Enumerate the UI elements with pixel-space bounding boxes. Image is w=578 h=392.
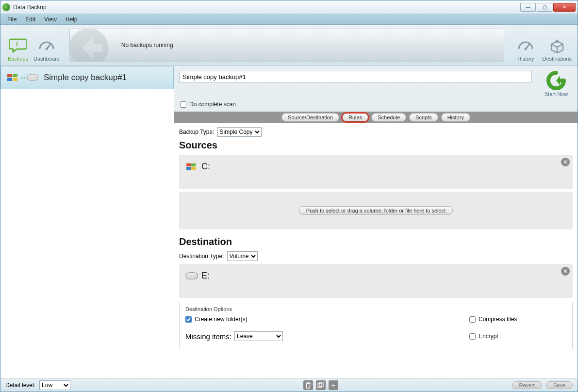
- speech-bubble-icon: i: [9, 37, 27, 54]
- svg-point-2: [45, 48, 48, 50]
- app-icon: [2, 3, 10, 11]
- toolbar: i Backups Dashboard No backups running H…: [0, 25, 578, 66]
- svg-rect-7: [13, 74, 17, 77]
- tab-scripts[interactable]: Scripts: [409, 113, 438, 122]
- arrow-icon: ›››: [20, 75, 25, 81]
- disk-icon: [26, 73, 39, 82]
- svg-text:i: i: [16, 40, 18, 48]
- panel-body: Backup Type: Simple Copy Sources ✕ C: Pu…: [174, 123, 578, 378]
- toolbar-left: i Backups Dashboard: [3, 27, 63, 64]
- toolbar-right: History Destinations: [511, 27, 575, 64]
- trash-icon: [305, 382, 311, 389]
- svg-point-5: [525, 48, 527, 50]
- toolbar-destinations-label: Destinations: [542, 56, 572, 62]
- backup-type-label: Backup Type:: [179, 129, 215, 135]
- menubar: File Edit View Help: [0, 14, 578, 25]
- backup-name-input[interactable]: [179, 71, 532, 82]
- menu-view[interactable]: View: [40, 15, 61, 24]
- svg-rect-13: [186, 167, 191, 170]
- toolbar-backups-label: Backups: [8, 56, 28, 62]
- copy-icon: [317, 382, 324, 388]
- sources-heading: Sources: [179, 140, 573, 151]
- destination-type-row: Destination Type: Volume: [179, 251, 573, 261]
- gauge-icon: [38, 37, 55, 54]
- trash-button[interactable]: [303, 380, 313, 390]
- missing-items-select[interactable]: Leave: [234, 331, 283, 341]
- svg-rect-6: [7, 74, 12, 77]
- titlebar: Data Backup — ▢ ✕: [0, 0, 578, 14]
- detail-level-select[interactable]: Low: [39, 380, 70, 390]
- missing-items-label: Missing items:: [185, 332, 231, 341]
- start-now-icon: [540, 71, 573, 91]
- tab-rules[interactable]: Rules: [342, 113, 368, 122]
- save-button[interactable]: Save: [546, 381, 573, 389]
- toolbar-history-label: History: [517, 56, 534, 62]
- close-button[interactable]: ✕: [553, 3, 576, 12]
- sidebar-item-backup[interactable]: ››› Simple copy backup#1: [0, 66, 174, 89]
- toolbar-backups[interactable]: i Backups: [6, 37, 30, 62]
- toolbar-destinations[interactable]: Destinations: [542, 37, 572, 62]
- maximize-button[interactable]: ▢: [537, 3, 552, 12]
- destination-type-select[interactable]: Volume: [227, 251, 258, 261]
- box-icon: [548, 37, 566, 54]
- content: Start Now Do complete scan Source/Destin…: [174, 66, 578, 378]
- tab-history[interactable]: History: [441, 113, 470, 122]
- remove-source-button[interactable]: ✕: [561, 158, 570, 166]
- menu-file[interactable]: File: [3, 15, 20, 24]
- backup-type-select[interactable]: Simple Copy: [217, 127, 262, 137]
- svg-rect-9: [13, 78, 17, 81]
- revert-button[interactable]: Revert: [512, 381, 542, 389]
- svg-rect-14: [191, 167, 196, 170]
- tab-schedule[interactable]: Schedule: [371, 113, 406, 122]
- compress-checkbox[interactable]: [469, 316, 476, 323]
- start-now-button[interactable]: Start Now: [540, 71, 573, 97]
- toolbar-history[interactable]: History: [514, 37, 537, 62]
- toolbar-dashboard-label: Dashboard: [33, 56, 60, 62]
- windows-flag-icon: [185, 162, 198, 172]
- sidebar-item-label: Simple copy backup#1: [44, 73, 127, 82]
- create-folders-checkbox[interactable]: [185, 316, 192, 323]
- svg-rect-8: [7, 78, 12, 81]
- status-message: No backups running: [121, 42, 173, 49]
- source-drop-hint: Push to select or drag a volume, folder …: [299, 206, 453, 215]
- complete-scan-label: Do complete scan: [189, 101, 236, 108]
- destination-drive-label: E:: [201, 271, 210, 281]
- start-now-label: Start Now: [540, 91, 573, 97]
- complete-scan-checkbox[interactable]: [180, 101, 186, 108]
- destination-type-label: Destination Type:: [179, 253, 224, 260]
- sidebar: ››› Simple copy backup#1: [0, 66, 174, 378]
- copy-button[interactable]: [316, 380, 326, 390]
- create-folders-label: Create new folder(s): [195, 316, 248, 323]
- tab-bar: Source/Destination Rules Schedule Script…: [174, 112, 578, 123]
- remove-destination-button[interactable]: ✕: [561, 267, 570, 276]
- tab-source-destination[interactable]: Source/Destination: [281, 113, 339, 122]
- window-title: Data Backup: [13, 4, 519, 11]
- source-drive-row[interactable]: C:: [185, 162, 567, 172]
- compress-label: Compress files: [479, 316, 517, 323]
- windows-flag-icon: [7, 72, 19, 83]
- window-controls: — ▢ ✕: [519, 3, 576, 12]
- source-drive-label: C:: [201, 162, 210, 172]
- source-drop-area[interactable]: Push to select or drag a volume, folder …: [179, 192, 573, 229]
- add-button[interactable]: ＋: [329, 380, 338, 390]
- backup-type-row: Backup Type: Simple Copy: [179, 127, 573, 137]
- detail-level-label: Detail level:: [5, 382, 35, 389]
- footer: Detail level: Low ＋ Revert Save: [0, 378, 578, 392]
- backup-item-icons: ›››: [7, 72, 39, 83]
- toolbar-dashboard[interactable]: Dashboard: [33, 37, 60, 62]
- svg-rect-11: [186, 163, 191, 166]
- encrypt-checkbox[interactable]: [469, 333, 476, 340]
- menu-edit[interactable]: Edit: [21, 15, 39, 24]
- name-row: Start Now: [174, 66, 578, 99]
- destination-box: ✕ E:: [179, 264, 573, 298]
- svg-rect-17: [319, 382, 323, 387]
- disk-icon: [185, 271, 198, 281]
- complete-scan-row: Do complete scan: [174, 99, 578, 112]
- destination-drive-row[interactable]: E:: [185, 271, 567, 281]
- menu-help[interactable]: Help: [62, 15, 82, 24]
- destination-options: Destination Options Create new folder(s)…: [179, 302, 573, 349]
- minimize-button[interactable]: —: [520, 3, 536, 12]
- svg-rect-12: [191, 163, 196, 166]
- banner-arrow-icon: [69, 29, 111, 62]
- gauge-icon: [517, 37, 534, 54]
